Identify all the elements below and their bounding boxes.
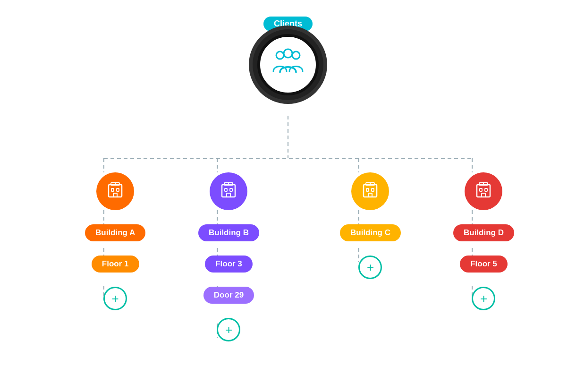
building-d-icon-circle — [465, 172, 502, 210]
building-c-column: Building C + — [340, 172, 401, 279]
svg-point-20 — [284, 49, 292, 58]
svg-rect-33 — [364, 185, 377, 197]
door-29-label[interactable]: Door 29 — [203, 287, 254, 304]
svg-rect-21 — [109, 185, 122, 197]
building-c-icon — [360, 180, 381, 203]
svg-point-19 — [292, 51, 300, 59]
root-circle — [257, 34, 319, 95]
svg-rect-27 — [222, 185, 235, 197]
building-b-icon-circle — [210, 172, 247, 210]
svg-rect-40 — [480, 188, 482, 191]
floor-5-label[interactable]: Floor 5 — [460, 256, 508, 273]
building-d-label[interactable]: Building D — [453, 224, 514, 241]
building-d-add-button[interactable]: + — [472, 287, 495, 310]
root-label: Clients — [263, 17, 313, 31]
building-a-icon-circle — [96, 172, 134, 210]
building-d-icon — [473, 180, 494, 203]
building-b-add-button[interactable]: + — [217, 318, 240, 341]
building-c-icon-circle — [351, 172, 389, 210]
building-d-column: Building D Floor 5 + — [453, 172, 514, 310]
building-a-label[interactable]: Building A — [85, 224, 145, 241]
svg-rect-23 — [117, 188, 119, 191]
building-a-icon — [105, 180, 126, 203]
svg-rect-41 — [485, 188, 487, 191]
building-a-add-button[interactable]: + — [103, 287, 127, 310]
building-b-column: Building B Floor 3 Door 29 + — [198, 172, 259, 341]
building-c-label[interactable]: Building C — [340, 224, 401, 241]
root-node: Clients — [257, 17, 319, 95]
floor-1-label[interactable]: Floor 1 — [92, 256, 139, 273]
building-a-column: Building A Floor 1 + — [85, 172, 145, 310]
hierarchy-diagram: Clients — [28, 12, 548, 380]
svg-rect-28 — [225, 188, 227, 191]
svg-point-18 — [276, 51, 284, 59]
svg-rect-22 — [111, 188, 114, 191]
svg-rect-35 — [372, 188, 374, 191]
clients-icon — [271, 48, 305, 82]
svg-rect-29 — [230, 188, 232, 191]
building-b-label[interactable]: Building B — [198, 224, 259, 241]
svg-rect-34 — [366, 188, 369, 191]
building-c-add-button[interactable]: + — [358, 256, 382, 279]
building-b-icon — [218, 180, 239, 203]
floor-3-label[interactable]: Floor 3 — [205, 256, 253, 273]
svg-rect-39 — [477, 185, 490, 197]
